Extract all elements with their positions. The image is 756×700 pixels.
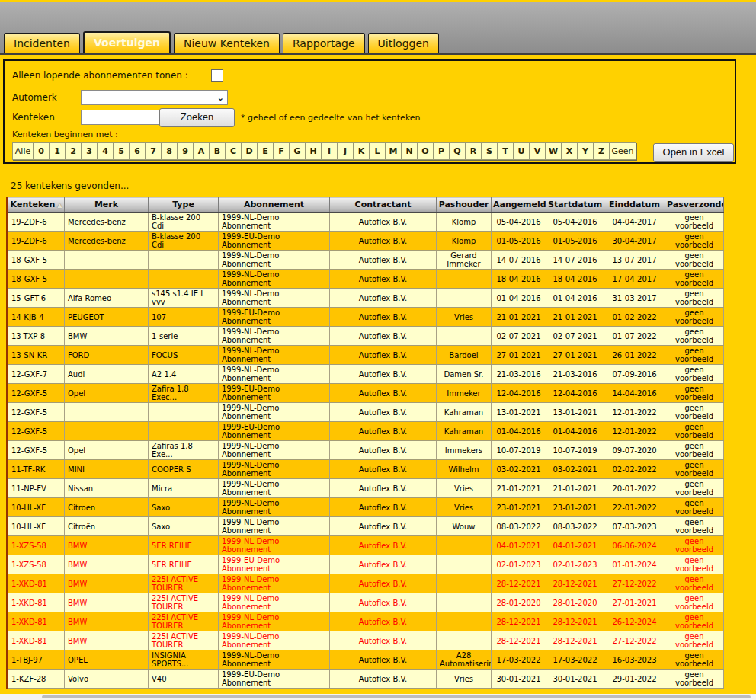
letter-filter-7[interactable]: 7 [146,143,162,159]
brand-select[interactable]: ⌄ [81,90,228,105]
horizontal-scrollbar[interactable] [0,694,756,700]
letter-filter-d[interactable]: D [242,143,258,159]
table-row[interactable]: 1-TBJ-97OPELINSIGNIA SPORTS...1999-NL-De… [8,650,724,670]
letter-filter-0[interactable]: 0 [34,143,50,159]
table-row[interactable]: 12-GXF-5OpelZafiras 1.8 Exe...1999-NL-De… [8,441,724,460]
table-row[interactable]: 10-HL-XFCitroënSaxo1999-NL-Demo Abonneme… [8,517,724,536]
letter-filter-5[interactable]: 5 [114,143,130,159]
table-row[interactable]: 11-TF-RKMINICOOPER S1999-NL-Demo Abonnem… [8,460,724,479]
table-row[interactable]: 1-XKD-81BMW225I ACTIVE TOURER1999-NL-Dem… [8,612,724,631]
letter-filter-g[interactable]: G [290,143,306,159]
letter-filter-y[interactable]: Y [578,143,594,159]
cell-abonnement: 1999-EU-Demo Abonnement [219,555,330,574]
cell-contractant: Autoflex B.V. [330,670,437,689]
column-header-kenteken[interactable]: Kenteken▲ [8,197,65,213]
letter-filter-s[interactable]: S [482,143,498,159]
letter-filter-o[interactable]: O [418,143,434,159]
table-row[interactable]: 11-NP-FVNissanMicra1999-NL-Demo Abonneme… [8,479,724,498]
column-header-contractant[interactable]: Contractant [330,197,437,213]
cell-einddatum: 09-07-2020 [604,441,665,460]
letter-filter-r[interactable]: R [466,143,482,159]
table-row[interactable]: 1-XZS-58BMW5ER REIHE1999-EU-Demo Abonnem… [8,555,724,574]
tab-incidenten[interactable]: Incidenten [4,33,80,53]
letter-filter-8[interactable]: 8 [162,143,178,159]
tab-uitloggen[interactable]: Uitloggen [368,33,439,53]
letter-filter-t[interactable]: T [498,143,514,159]
letter-filter-9[interactable]: 9 [178,143,194,159]
table-row[interactable]: 15-GFT-6Alfa Romeos145 s1.4 IE L vvv1999… [8,289,724,308]
table-row[interactable]: 18-GXF-51999-NL-Demo AbonnementAutoflex … [8,270,724,289]
column-header-merk[interactable]: Merk [65,197,149,213]
cell-merk: Nissan [65,479,149,498]
tab-nieuw-kenteken[interactable]: Nieuw Kenteken [174,33,280,53]
letter-filter-i[interactable]: I [322,143,338,159]
search-button[interactable]: Zoeken [159,108,235,127]
letter-filter-z[interactable]: Z [594,143,610,159]
letter-filter-a[interactable]: A [194,143,210,159]
cell-type: COOPER S [149,460,219,479]
letter-filter-j[interactable]: J [338,143,354,159]
cell-kenteken: 19-ZDF-6 [8,232,65,251]
cell-contractant: Autoflex B.V. [330,612,437,631]
tab-voertuigen[interactable]: Voertuigen [83,31,171,53]
table-row[interactable]: 1-XZS-58BMW5ER REIHE1999-NL-Demo Abonnem… [8,536,724,555]
cell-kenteken: 10-HL-XF [8,498,65,517]
column-header-type[interactable]: Type [149,197,219,213]
table-row[interactable]: 12-GXF-51999-EU-Demo AbonnementAutoflex … [8,422,724,441]
scrollbar-thumb[interactable] [42,695,751,698]
letter-filter-x[interactable]: X [562,143,578,159]
letter-filter-k[interactable]: K [354,143,370,159]
cell-pasverzonden: geen voorbeeld [665,213,724,232]
table-row[interactable]: 12-GXF-51999-NL-Demo AbonnementAutoflex … [8,403,724,422]
tab-rapportage[interactable]: Rapportage [283,33,365,53]
running-only-checkbox[interactable] [211,69,223,82]
cell-aangemeld: 01-04-2016 [492,422,546,441]
column-header-startdatum[interactable]: Startdatum [546,197,604,213]
table-row[interactable]: 12-GXF-5OpelZafira 1.8 Exec...1999-EU-De… [8,384,724,403]
letter-filter-1[interactable]: 1 [50,143,66,159]
cell-abonnement: 1999-NL-Demo Abonnement [219,289,330,308]
column-header-pasverzonden[interactable]: Pasverzonden [665,197,724,213]
letter-filter-n[interactable]: N [402,143,418,159]
letter-filter-v[interactable]: V [530,143,546,159]
letter-filter-alle[interactable]: Alle [13,143,34,159]
table-row[interactable]: 1-KZF-28VolvoV401999-EU-Demo AbonnementA… [8,670,724,689]
letter-filter-6[interactable]: 6 [130,143,146,159]
letter-filter-p[interactable]: P [434,143,450,159]
column-header-aangemeld[interactable]: Aangemeld [492,197,546,213]
letter-filter-h[interactable]: H [306,143,322,159]
table-row[interactable]: 12-GXF-7AudiA2 1.41999-NL-Demo Abonnemen… [8,365,724,384]
letter-filter-3[interactable]: 3 [82,143,98,159]
cell-startdatum: 28-12-2021 [546,574,604,593]
table-row[interactable]: 1-XKD-81BMW225I ACTIVE TOURER1999-NL-Dem… [8,574,724,593]
column-header-pashouder[interactable]: Pashouder [437,197,492,213]
table-row[interactable]: 19-ZDF-6Mercedes-benzB-klasse 200 Cdi199… [8,213,724,232]
letter-filter-4[interactable]: 4 [98,143,114,159]
letter-filter-w[interactable]: W [546,143,562,159]
table-row[interactable]: 13-TXP-8BMW1-serie1999-NL-Demo Abonnemen… [8,327,724,346]
letter-filter-2[interactable]: 2 [66,143,82,159]
table-row[interactable]: 13-SN-KRFORDFOCUS1999-NL-Demo Abonnement… [8,346,724,365]
cell-aangemeld: 01-05-2016 [492,232,546,251]
letter-filter-e[interactable]: E [258,143,274,159]
table-row[interactable]: 14-KJB-4PEUGEOT1071999-EU-Demo Abonnemen… [8,308,724,327]
letter-filter-u[interactable]: U [514,143,530,159]
column-header-abonnement[interactable]: Abonnement [219,197,330,213]
letter-filter-m[interactable]: M [386,143,402,159]
open-in-excel-button[interactable]: Open in Excel [653,143,734,162]
letter-filter-q[interactable]: Q [450,143,466,159]
letter-filter-b[interactable]: B [210,143,226,159]
table-row[interactable]: 18-GXF-51999-NL-Demo AbonnementAutoflex … [8,251,724,270]
letter-filter-c[interactable]: C [226,143,242,159]
table-row[interactable]: 10-HL-XFCitroenSaxo1999-NL-Demo Abonneme… [8,498,724,517]
table-row[interactable]: 1-XKD-81BMW225I ACTIVE TOURER1999-NL-Dem… [8,631,724,650]
letter-filter-f[interactable]: F [274,143,290,159]
plate-input[interactable] [81,110,159,125]
table-row[interactable]: 19-ZDF-6Mercedes-benzB-klasse 200 Cdi199… [8,232,724,251]
table-header-row: Kenteken▲MerkTypeAbonnementContractantPa… [8,197,724,213]
column-header-einddatum[interactable]: Einddatum [604,197,665,213]
table-row[interactable]: 1-XKD-81BMW225I ACTIVE TOURER1999-NL-Dem… [8,593,724,612]
cell-pashouder: Wouw [437,517,492,536]
letter-filter-geen[interactable]: Geen [610,143,636,159]
letter-filter-l[interactable]: L [370,143,386,159]
